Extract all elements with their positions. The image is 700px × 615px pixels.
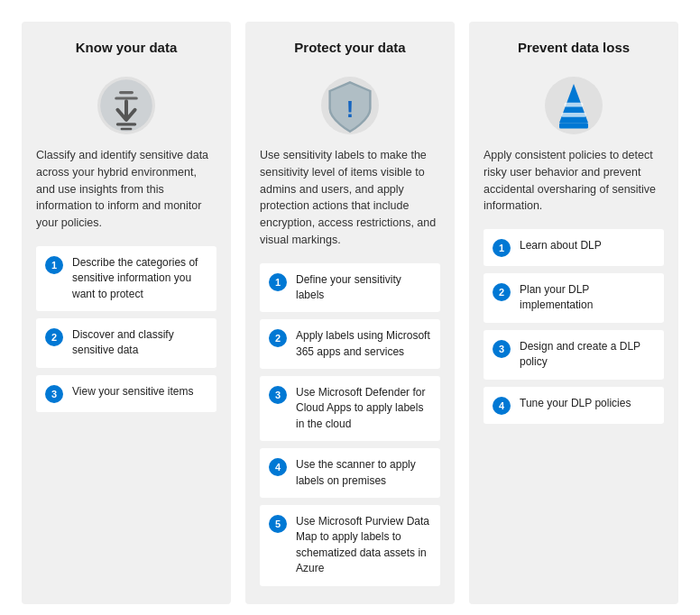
step-number-p5: 5 [269,515,287,533]
step-item[interactable]: 3 View your sensitive items [36,375,216,412]
svg-rect-3 [116,123,136,125]
steps-prevent: 1 Learn about DLP 2 Plan your DLP implem… [484,229,664,424]
know-your-data-card: Know your data Classify and identify sen… [22,22,231,604]
card-header-prevent: Prevent data loss [484,40,664,62]
step-item[interactable]: 2 Apply labels using Microsoft 365 apps … [260,319,440,369]
step-number-1: 1 [45,256,63,274]
icon-area-know [36,77,216,134]
prevent-data-loss-card: Prevent data loss Apply consistent polic… [469,22,678,604]
step-text-2: Discover and classify sensitive data [72,327,207,359]
step-text-1: Describe the categories of sensitive inf… [72,255,207,302]
step-number-p2: 2 [269,329,287,347]
step-item[interactable]: 1 Describe the categories of sensitive i… [36,246,216,311]
step-text-p3: Use Microsoft Defender for Cloud Apps to… [296,385,431,432]
step-number-d4: 4 [493,397,511,415]
step-text-p2: Apply labels using Microsoft 365 apps an… [296,328,431,360]
svg-rect-8 [565,103,584,107]
step-number-2: 2 [45,328,63,346]
step-text-p5: Use Microsoft Purview Data Map to apply … [296,514,431,577]
step-text-d1: Learn about DLP [520,238,602,253]
step-number-p1: 1 [269,273,287,291]
svg-rect-2 [115,96,138,99]
step-item[interactable]: 4 Use the scanner to apply labels on pre… [260,448,440,498]
step-item[interactable]: 3 Use Microsoft Defender for Cloud Apps … [260,376,440,441]
step-text-d3: Design and create a DLP policy [520,339,655,371]
steps-know: 1 Describe the categories of sensitive i… [36,246,216,412]
icon-area-protect: ! [260,77,440,134]
step-number-d3: 3 [493,340,511,358]
step-item[interactable]: 3 Design and create a DLP policy [484,330,664,380]
step-item[interactable]: 1 Define your sensitivity labels [260,263,440,313]
download-icon [97,77,155,134]
icon-area-prevent [484,77,664,134]
step-text-d4: Tune your DLP policies [520,396,631,411]
step-text-p4: Use the scanner to apply labels on premi… [296,457,431,489]
step-text-p1: Define your sensitivity labels [296,272,431,304]
cone-icon [545,77,603,134]
step-item[interactable]: 4 Tune your DLP policies [484,387,664,424]
step-text-3: View your sensitive items [72,384,194,399]
card-header-know: Know your data [36,40,216,62]
step-item[interactable]: 2 Plan your DLP implementation [484,273,664,323]
step-number-d1: 1 [493,239,511,257]
step-item[interactable]: 2 Discover and classify sensitive data [36,318,216,368]
description-prevent: Apply consistent policies to detect risk… [484,147,664,215]
description-protect: Use sensitivity labels to make the sensi… [260,147,440,249]
step-text-d2: Plan your DLP implementation [520,282,655,314]
svg-rect-7 [559,123,588,128]
protect-your-data-card: Protect your data ! Use sensitivity labe… [245,22,455,604]
svg-rect-9 [561,113,585,117]
step-number-d2: 2 [493,283,511,301]
step-number-3: 3 [45,385,63,403]
steps-protect: 1 Define your sensitivity labels 2 Apply… [260,263,440,586]
svg-text:!: ! [346,96,355,122]
step-item[interactable]: 1 Learn about DLP [484,229,664,266]
description-know: Classify and identify sensitive data acr… [36,147,216,232]
svg-rect-4 [121,128,133,130]
main-container: Know your data Classify and identify sen… [0,0,700,615]
card-header-protect: Protect your data [260,40,440,62]
step-item[interactable]: 5 Use Microsoft Purview Data Map to appl… [260,505,440,586]
step-number-p3: 3 [269,386,287,404]
step-number-p4: 4 [269,458,287,476]
svg-rect-1 [119,91,134,94]
shield-icon: ! [321,77,379,134]
